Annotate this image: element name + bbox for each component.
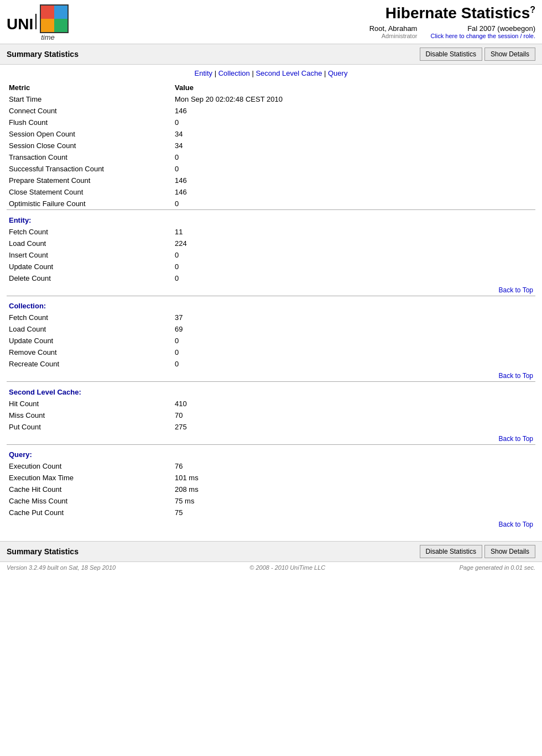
- back-to-top-cell: Back to Top: [394, 284, 535, 296]
- section-header-cell: Second Level Cache:: [7, 382, 535, 398]
- nav-links: Entity | Collection | Second Level Cache…: [7, 65, 535, 82]
- back-to-top-link[interactable]: Back to Top: [499, 521, 533, 528]
- table-row: Optimistic Failure Count 0: [7, 198, 535, 210]
- section-header-row: Query:: [7, 445, 535, 460]
- metric-cell: Recreate Count: [7, 358, 173, 370]
- back-to-top-cell: Back to Top: [394, 518, 535, 530]
- back-to-top-link[interactable]: Back to Top: [499, 372, 533, 380]
- col-header-metric: Metric: [7, 82, 173, 93]
- table-row: Cache Hit Count 208 ms: [7, 484, 535, 495]
- value-cell: Mon Sep 20 02:02:48 CEST 2010: [173, 93, 394, 105]
- table-row: Cache Put Count 75: [7, 507, 535, 518]
- back-to-top-link[interactable]: Back to Top: [499, 286, 533, 294]
- metric-cell: Session Close Count: [7, 140, 173, 151]
- stats-table: Metric Value Start Time Mon Sep 20 02:02…: [7, 82, 535, 530]
- section-header-row: Entity:: [7, 211, 535, 226]
- table-row: Recreate Count 0: [7, 358, 535, 370]
- section-header-cell: Entity:: [7, 211, 535, 226]
- disable-statistics-button-bottom[interactable]: Disable Statistics: [420, 545, 482, 558]
- session-block[interactable]: Fal 2007 (woebegon) Click here to change…: [430, 24, 535, 39]
- metric-cell: Load Count: [7, 323, 173, 335]
- metric-cell: Optimistic Failure Count: [7, 198, 173, 210]
- back-to-top-row: Back to Top: [7, 433, 535, 445]
- nav-entity-link[interactable]: Entity: [195, 69, 213, 77]
- metric-cell: Connect Count: [7, 105, 173, 117]
- user-name: Root, Abraham: [369, 24, 418, 33]
- nav-collection-link[interactable]: Collection: [218, 69, 250, 77]
- table-row: Start Time Mon Sep 20 02:02:48 CEST 2010: [7, 93, 535, 105]
- value-cell: 224: [173, 238, 394, 249]
- disable-statistics-button-top[interactable]: Disable Statistics: [420, 48, 482, 61]
- metric-cell: Transaction Count: [7, 151, 173, 163]
- metric-cell: Remove Count: [7, 347, 173, 358]
- metric-cell: Start Time: [7, 93, 173, 105]
- value-cell: 0: [173, 249, 394, 261]
- summary-title-bottom: Summary Statistics: [7, 547, 79, 556]
- user-block: Root, Abraham Administrator: [369, 24, 418, 39]
- table-row: Session Close Count 34: [7, 140, 535, 151]
- value-cell: 275: [173, 421, 394, 433]
- table-row: Execution Max Time 101 ms: [7, 472, 535, 484]
- back-to-top-link[interactable]: Back to Top: [499, 435, 533, 443]
- value-cell: 146: [173, 186, 394, 198]
- value-cell: 0: [173, 261, 394, 272]
- metric-cell: Session Open Count: [7, 128, 173, 140]
- table-row: Fetch Count 37: [7, 312, 535, 323]
- metric-cell: Update Count: [7, 261, 173, 272]
- back-to-top-cell: Back to Top: [394, 433, 535, 445]
- value-cell: 410: [173, 398, 394, 410]
- back-to-top-cell: Back to Top: [394, 370, 535, 382]
- value-cell: 208 ms: [173, 484, 394, 495]
- value-cell: 11: [173, 226, 394, 238]
- show-details-button-bottom[interactable]: Show Details: [484, 545, 535, 558]
- session-change-link[interactable]: Click here to change the session / role.: [430, 33, 535, 39]
- metric-cell: Fetch Count: [7, 226, 173, 238]
- metric-cell: Update Count: [7, 335, 173, 347]
- summary-bar-bottom: Summary Statistics Disable Statistics Sh…: [0, 541, 542, 561]
- table-row: Execution Count 76: [7, 460, 535, 472]
- logo-area: UNI time: [7, 4, 69, 41]
- footer-version: Version 3.2.49 built on Sat, 18 Sep 2010: [7, 564, 116, 571]
- show-details-button-top[interactable]: Show Details: [484, 48, 535, 61]
- value-cell: 146: [173, 175, 394, 186]
- table-row: Cache Miss Count 75 ms: [7, 495, 535, 507]
- table-row: Close Statement Count 146: [7, 186, 535, 198]
- section-header-cell: Collection:: [7, 296, 535, 312]
- section-header-row: Collection:: [7, 296, 535, 312]
- table-row: Update Count 0: [7, 335, 535, 347]
- table-row: Successful Transaction Count 0: [7, 163, 535, 175]
- value-cell: 0: [173, 347, 394, 358]
- value-cell: 69: [173, 323, 394, 335]
- value-cell: 75: [173, 507, 394, 518]
- page-title: Hibernate Statistics?: [385, 4, 535, 22]
- value-cell: 75 ms: [173, 495, 394, 507]
- value-cell: 0: [173, 358, 394, 370]
- metric-cell: Miss Count: [7, 410, 173, 421]
- back-to-top-row: Back to Top: [7, 518, 535, 530]
- metric-cell: Cache Miss Count: [7, 495, 173, 507]
- table-row: Insert Count 0: [7, 249, 535, 261]
- metric-cell: Flush Count: [7, 117, 173, 128]
- metric-cell: Delete Count: [7, 272, 173, 284]
- logo-icon: [40, 4, 69, 33]
- value-cell: 0: [173, 272, 394, 284]
- main-content: Entity | Collection | Second Level Cache…: [0, 65, 542, 537]
- metric-cell: Cache Put Count: [7, 507, 173, 518]
- back-to-top-row: Back to Top: [7, 284, 535, 296]
- table-row: Connect Count 146: [7, 105, 535, 117]
- metric-cell: Hit Count: [7, 398, 173, 410]
- value-cell: 34: [173, 128, 394, 140]
- metric-cell: Fetch Count: [7, 312, 173, 323]
- session-term: Fal 2007 (woebegon): [430, 24, 535, 33]
- nav-query-link[interactable]: Query: [328, 69, 347, 77]
- user-info: Root, Abraham Administrator Fal 2007 (wo…: [369, 24, 535, 39]
- table-row: Load Count 69: [7, 323, 535, 335]
- metric-cell: Insert Count: [7, 249, 173, 261]
- section-header-row: Second Level Cache:: [7, 382, 535, 398]
- table-row: Delete Count 0: [7, 272, 535, 284]
- metric-cell: Load Count: [7, 238, 173, 249]
- table-row: Miss Count 70: [7, 410, 535, 421]
- table-row: Put Count 275: [7, 421, 535, 433]
- nav-second-level-cache-link[interactable]: Second Level Cache: [256, 69, 322, 77]
- metric-cell: Prepare Statement Count: [7, 175, 173, 186]
